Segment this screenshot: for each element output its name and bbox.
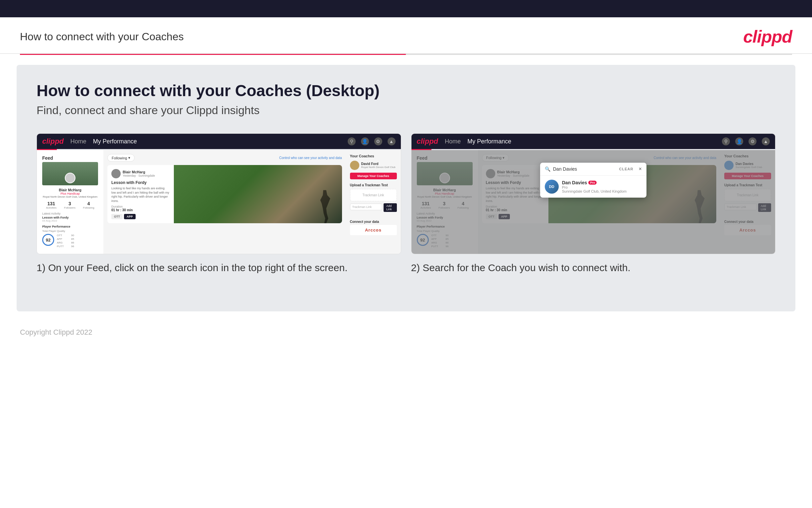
nav-icons-right: ⚲ 👤 ⚙ ▲	[722, 137, 770, 145]
app-body-right-wrapper: Feed Blair McHarg Plus Handicap Royal No…	[412, 150, 775, 254]
stat-following: 4 Following	[83, 201, 94, 209]
search-result[interactable]: DD Dan Davies Pro Pro Sunningdale Golf C…	[540, 176, 647, 198]
bar-app-label: APP	[57, 238, 65, 241]
screenshot-col-left: clippd Home My Performance ⚲ 👤 ⚙ ▲ Fee	[37, 133, 401, 278]
stats-row: 131 Activities 3 Followers 4 Following	[42, 201, 98, 209]
app-button[interactable]: APP	[124, 214, 136, 219]
app-nav-right: clippd Home My Performance ⚲ 👤 ⚙ ▲	[412, 134, 775, 149]
perf-bars: OTT 90 APP 85	[57, 234, 74, 249]
logo: clippd	[743, 27, 792, 47]
coach-card: David Ford Royal North Devon Golf Club	[350, 161, 397, 170]
bar-arg-val: 86	[67, 241, 74, 244]
user-handicap: Plus Handicap	[42, 192, 98, 195]
screenshot-left: clippd Home My Performance ⚲ 👤 ⚙ ▲ Fee	[37, 133, 401, 254]
bar-arg-label: ARG	[57, 241, 65, 244]
activity-date: 03 Aug 2022	[42, 219, 98, 222]
activity-desc: Looking to feel like my hands are exitin…	[111, 186, 170, 203]
main-subtitle: Find, connect and share your Clippd insi…	[37, 104, 775, 117]
activities-count: 131	[46, 201, 56, 206]
app-nav-logo-right: clippd	[417, 137, 438, 146]
search-bar: 🔍 Dan Davies CLEAR ×	[540, 163, 647, 176]
latest-activity-label: Latest Activity	[42, 212, 98, 215]
coach-name: Blair McHarg	[123, 170, 155, 174]
activity-card: Blair McHarg Yesterday · Sunningdale Les…	[107, 165, 342, 223]
feed-label: Feed	[42, 155, 98, 161]
nav-icons: ⚲ 👤 ⚙ ▲	[348, 137, 395, 145]
avatar-icon-right[interactable]: ▲	[762, 137, 770, 145]
bar-ott-label: OTT	[57, 234, 65, 237]
coach-sub: Yesterday · Sunningdale	[123, 174, 155, 177]
control-link[interactable]: Control who can see your activity and da…	[279, 156, 342, 160]
result-sub: Pro	[562, 185, 626, 189]
result-name: Dan Davies Pro	[562, 180, 626, 185]
bar-ott: OTT 90	[57, 234, 74, 237]
settings-icon[interactable]: ⚙	[374, 137, 382, 145]
header-line	[20, 54, 792, 55]
activity-title: Lesson with Fordy	[111, 180, 170, 185]
caption-2-text: 2) Search for the Coach you wish to conn…	[411, 261, 776, 275]
bar-app: APP 85	[57, 238, 74, 241]
caption-1: 1) On your Feed, click on the search ico…	[37, 254, 401, 278]
david-ford-club: Royal North Devon Golf Club	[361, 166, 395, 169]
pro-badge: Pro	[588, 181, 596, 185]
following-label: Following	[112, 156, 127, 160]
player-performance: Player Performance Total Player Quality …	[42, 225, 98, 249]
followers-count: 3	[64, 201, 76, 206]
avatar	[65, 173, 76, 183]
arccos-box: Arccos	[350, 225, 397, 235]
user-name: Blair McHarg	[42, 188, 98, 192]
screenshot-right: clippd Home My Performance ⚲ 👤 ⚙ ▲	[411, 133, 776, 254]
user-icon-right[interactable]: 👤	[735, 137, 743, 145]
coach-avatar	[111, 169, 121, 178]
search-modal[interactable]: 🔍 Dan Davies CLEAR × DD Dan Davies Pro	[540, 163, 647, 198]
chevron-down-icon: ▾	[128, 156, 130, 160]
screenshot-col-right: clippd Home My Performance ⚲ 👤 ⚙ ▲	[411, 133, 776, 278]
arccos-label: Arccos	[365, 227, 382, 232]
stat-followers: 3 Followers	[64, 201, 76, 209]
settings-icon-right[interactable]: ⚙	[749, 137, 757, 145]
bar-putt: PUTT 96	[57, 245, 74, 248]
activity-info: Blair McHarg Yesterday · Sunningdale Les…	[107, 165, 174, 223]
add-link-button[interactable]: Add Link	[384, 203, 396, 212]
user-icon[interactable]: 👤	[361, 137, 369, 145]
total-player-quality: Total Player Quality	[42, 229, 98, 232]
david-ford-name: David Ford	[361, 162, 395, 166]
following-label: Following	[83, 206, 94, 209]
golfer-silhouette	[316, 190, 335, 223]
main-title: How to connect with your Coaches (Deskto…	[37, 82, 775, 100]
off-button[interactable]: OTT	[111, 214, 123, 219]
left-panel: Feed Blair McHarg Plus Handicap Royal No…	[37, 150, 103, 254]
search-icon-right[interactable]: ⚲	[722, 137, 730, 145]
search-icon[interactable]: ⚲	[348, 137, 355, 145]
middle-panel: Following ▾ Control who can see your act…	[103, 150, 346, 254]
app-nav-logo: clippd	[42, 137, 64, 146]
close-icon[interactable]: ×	[638, 166, 641, 172]
app-body-left: Feed Blair McHarg Plus Handicap Royal No…	[37, 150, 401, 254]
screenshots-row: clippd Home My Performance ⚲ 👤 ⚙ ▲ Fee	[37, 133, 775, 278]
clear-button[interactable]: CLEAR	[619, 167, 633, 171]
top-bar	[0, 0, 812, 17]
nav-home-right: Home	[445, 138, 461, 145]
caption-1-text: 1) On your Feed, click on the search ico…	[37, 261, 401, 275]
bar-putt-val: 96	[67, 245, 74, 248]
connect-title: Connect your data	[350, 220, 397, 223]
following-button[interactable]: Following ▾	[107, 154, 135, 162]
footer: Copyright Clippd 2022	[0, 322, 812, 343]
right-panel: Your Coaches David Ford Royal North Devo…	[346, 150, 401, 254]
manage-coaches-button[interactable]: Manage Your Coaches	[350, 173, 397, 179]
page-title: How to connect with your Coaches	[20, 31, 184, 43]
trackman-input-placeholder: Trackman Link	[352, 205, 372, 209]
followers-label: Followers	[64, 206, 76, 209]
search-input-text[interactable]: Dan Davies	[553, 166, 617, 172]
activity-btns: OTT APP	[111, 214, 170, 219]
app-nav-left: clippd Home My Performance ⚲ 👤 ⚙ ▲	[37, 134, 401, 149]
copyright: Copyright Clippd 2022	[20, 328, 92, 336]
coaches-title: Your Coaches	[350, 154, 397, 158]
david-ford-avatar	[350, 161, 359, 170]
trackman-placeholder: Trackman Link	[362, 193, 384, 197]
trackman-input[interactable]: Trackman Link	[350, 204, 383, 210]
main-content: How to connect with your Coaches (Deskto…	[17, 65, 795, 311]
upload-title: Upload a Trackman Test	[350, 183, 397, 187]
avatar-icon[interactable]: ▲	[388, 137, 395, 145]
following-count: 4	[83, 201, 94, 206]
